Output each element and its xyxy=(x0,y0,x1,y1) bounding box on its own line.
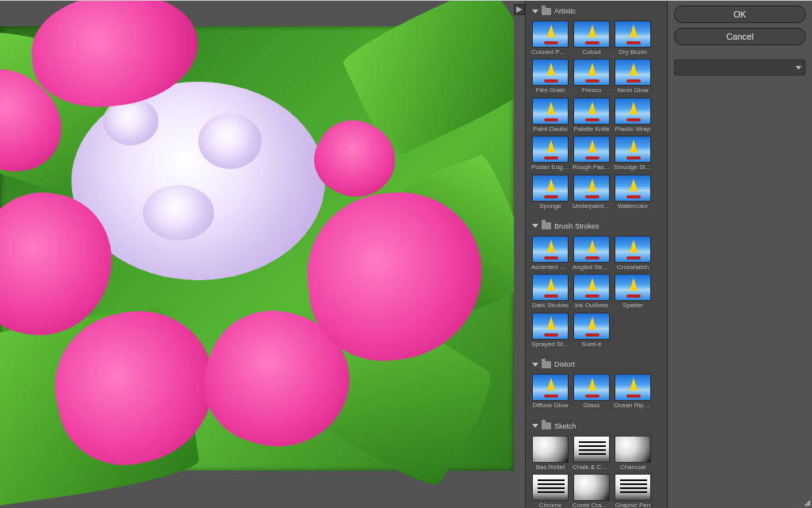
filter-thumbnail-image xyxy=(573,175,610,202)
filter-rough-pastels[interactable]: Rough Pastels xyxy=(573,136,610,171)
filter-poster-edges[interactable]: Poster Edges xyxy=(532,136,569,171)
filter-thumbnail-image xyxy=(615,21,651,48)
filter-label: Charcoal xyxy=(614,464,652,471)
filter-label: Smudge Stick xyxy=(614,164,652,171)
filter-diffuse-glow[interactable]: Diffuse Glow xyxy=(532,374,569,409)
filter-label: Conté Crayon xyxy=(573,502,611,508)
filter-sprayed-strokes[interactable]: Sprayed Strokes xyxy=(532,313,569,348)
filter-label: Poster Edges xyxy=(531,164,569,171)
category-artistic: ArtisticColored PencilCutoutDry BrushFil… xyxy=(526,1,667,216)
filter-ocean-ripple[interactable]: Ocean Ripple xyxy=(615,374,651,409)
disclosure-triangle-icon xyxy=(532,10,538,13)
filter-glass[interactable]: Glass xyxy=(573,374,610,409)
category-label: Artistic xyxy=(554,7,576,15)
filter-underpainting[interactable]: Underpainting xyxy=(573,175,610,210)
filter-chrome[interactable]: Chrome xyxy=(532,474,569,508)
filter-label: Plastic Wrap xyxy=(614,126,652,133)
filter-thumbnail-image xyxy=(615,175,651,202)
filter-crosshatch[interactable]: Crosshatch xyxy=(615,236,651,271)
filter-thumbnail-image xyxy=(532,98,569,125)
category-brush-strokes: Brush StrokesAccented EdgesAngled Stroke… xyxy=(526,216,667,354)
filter-thumbnail-image xyxy=(573,474,610,501)
filter-accented-edges[interactable]: Accented Edges xyxy=(532,236,569,271)
filter-label: Accented Edges xyxy=(531,264,569,271)
filter-film-grain[interactable]: Film Grain xyxy=(532,59,569,94)
filter-thumbnail-image xyxy=(615,236,651,263)
cancel-button[interactable]: Cancel xyxy=(674,28,806,45)
ok-button[interactable]: OK xyxy=(674,6,806,23)
filter-plastic-wrap[interactable]: Plastic Wrap xyxy=(615,98,651,133)
disclosure-triangle-icon xyxy=(532,224,538,228)
collapse-gallery-button[interactable] xyxy=(514,4,525,15)
filter-label: Diffuse Glow xyxy=(531,402,569,409)
category-header[interactable]: Distort xyxy=(530,358,662,371)
filter-label: Rough Pastels xyxy=(573,164,611,171)
category-header[interactable]: Brush Strokes xyxy=(530,220,662,233)
filter-thumbnail-image xyxy=(532,136,569,163)
settings-panel: OK Cancel ◢ xyxy=(668,1,812,508)
filter-label: Sponge xyxy=(531,203,569,210)
filter-graphic-pen[interactable]: Graphic Pen xyxy=(615,474,651,508)
filter-charcoal[interactable]: Charcoal xyxy=(615,436,651,471)
filter-neon-glow[interactable]: Neon Glow xyxy=(615,59,651,94)
filter-thumbnail-image xyxy=(532,236,569,263)
filter-watercolor[interactable]: Watercolor xyxy=(615,175,651,210)
filter-thumbnails: Colored PencilCutoutDry BrushFilm GrainF… xyxy=(530,17,662,214)
filter-paint-daubs[interactable]: Paint Daubs xyxy=(532,98,569,133)
filter-fresco[interactable]: Fresco xyxy=(573,59,610,94)
filter-label: Bas Relief xyxy=(531,464,569,471)
filter-label: Cutout xyxy=(573,49,611,56)
filter-thumbnail-image xyxy=(532,474,569,501)
filter-select-dropdown[interactable] xyxy=(674,60,806,75)
filter-thumbnail-image xyxy=(615,136,651,163)
filter-label: Angled Strokes xyxy=(573,264,611,271)
filter-palette-knife[interactable]: Palette Knife xyxy=(573,98,610,133)
filter-bas-relief[interactable]: Bas Relief xyxy=(532,436,569,471)
filter-thumbnail-image xyxy=(573,374,610,401)
filter-spatter[interactable]: Spatter xyxy=(615,274,651,309)
filter-cutout[interactable]: Cutout xyxy=(573,21,610,56)
filter-label: Chalk & Charcoal xyxy=(573,464,611,471)
filter-label: Watercolor xyxy=(614,203,652,210)
filter-label: Crosshatch xyxy=(614,264,652,271)
filter-gallery-panel[interactable]: ArtisticColored PencilCutoutDry BrushFil… xyxy=(525,1,668,508)
filter-label: Colored Pencil xyxy=(531,49,569,56)
filter-thumbnails: Accented EdgesAngled StrokesCrosshatchDa… xyxy=(530,233,662,352)
preview-image[interactable] xyxy=(0,26,514,471)
filter-thumbnail-image xyxy=(532,21,569,48)
filter-cont-crayon[interactable]: Conté Crayon xyxy=(573,474,610,508)
filter-thumbnail-image xyxy=(615,474,651,501)
filter-thumbnail-image xyxy=(573,136,610,163)
filter-sponge[interactable]: Sponge xyxy=(532,175,569,210)
resize-grip-icon[interactable]: ◢ xyxy=(804,498,810,506)
filter-ink-outlines[interactable]: Ink Outlines xyxy=(573,274,610,309)
filter-label: Chrome xyxy=(531,502,569,508)
filter-label: Underpainting xyxy=(573,203,611,210)
filter-colored-pencil[interactable]: Colored Pencil xyxy=(532,21,569,56)
filter-chalk-charcoal[interactable]: Chalk & Charcoal xyxy=(573,436,610,471)
filter-label: Sprayed Strokes xyxy=(531,341,569,348)
filter-thumbnail-image xyxy=(573,59,610,86)
category-label: Distort xyxy=(554,360,575,368)
disclosure-triangle-icon xyxy=(532,363,538,367)
filter-thumbnail-image xyxy=(615,98,651,125)
filter-dry-brush[interactable]: Dry Brush xyxy=(615,21,651,56)
filter-label: Ink Outlines xyxy=(573,302,611,309)
window-body: ArtisticColored PencilCutoutDry BrushFil… xyxy=(0,1,812,508)
disclosure-triangle-icon xyxy=(532,424,538,428)
category-sketch: SketchBas ReliefChalk & CharcoalCharcoal… xyxy=(526,416,667,508)
category-header[interactable]: Artistic xyxy=(530,5,662,17)
filter-smudge-stick[interactable]: Smudge Stick xyxy=(615,136,651,171)
filter-thumbnail-image xyxy=(532,313,569,340)
filter-label: Paint Daubs xyxy=(531,126,569,133)
preview-pane xyxy=(0,1,514,508)
filter-label: Sumi-e xyxy=(573,341,611,348)
filter-dark-strokes[interactable]: Dark Strokes xyxy=(532,274,569,309)
filter-label: Graphic Pen xyxy=(614,502,652,508)
filter-sumi-e[interactable]: Sumi-e xyxy=(573,313,610,348)
category-header[interactable]: Sketch xyxy=(530,420,662,433)
filter-thumbnail-image xyxy=(532,436,569,463)
filter-angled-strokes[interactable]: Angled Strokes xyxy=(573,236,610,271)
filter-thumbnail-image xyxy=(573,21,610,48)
folder-icon xyxy=(542,8,551,15)
